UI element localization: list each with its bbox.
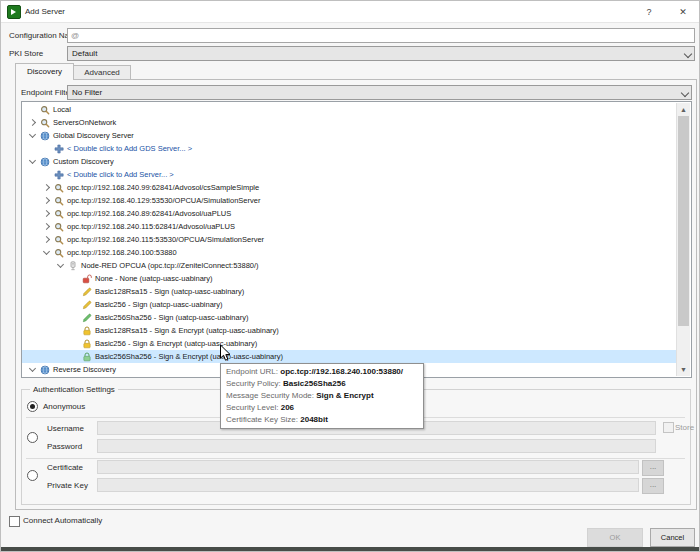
chevron-down-icon	[684, 50, 692, 58]
cancel-button[interactable]: Cancel	[650, 528, 695, 547]
tree-row[interactable]: Local	[22, 103, 677, 116]
tree-item-label: opc.tcp://192.168.240.100:53880	[65, 246, 177, 259]
title-bar: Add Server ? ✕	[1, 1, 699, 23]
username-password-radio[interactable]	[27, 432, 38, 443]
connect-automatically-checkbox[interactable]	[9, 516, 20, 527]
globe-icon	[38, 364, 51, 375]
certificate-browse-button[interactable]: ...	[642, 460, 664, 476]
close-button[interactable]: ✕	[675, 5, 691, 19]
server-tree: LocalServersOnNetworkGlobal Discovery Se…	[21, 101, 692, 378]
tree-row[interactable]: Custom Discovery	[22, 155, 677, 168]
magnifier-icon	[52, 182, 65, 193]
lock-open-red-icon	[80, 273, 93, 284]
password-input[interactable]	[97, 439, 656, 453]
config-name-input[interactable]: @	[67, 28, 695, 43]
tree-rows: LocalServersOnNetworkGlobal Discovery Se…	[22, 103, 677, 376]
certificate-input[interactable]	[97, 460, 639, 474]
mouse-cursor	[219, 344, 231, 364]
tooltip-row: Message Security Mode: Sign & Encrypt	[226, 390, 418, 402]
plus-icon	[52, 143, 65, 154]
anonymous-radio[interactable]	[27, 401, 38, 412]
tooltip-row: Certificate Key Size: 2048bit	[226, 414, 418, 426]
magnifier-icon	[52, 195, 65, 206]
pencil-yellow-icon	[80, 299, 93, 310]
tree-row[interactable]: opc.tcp://192.168.240.115:53530/OPCUA/Si…	[22, 233, 677, 246]
tab-advanced[interactable]: Advanced	[73, 65, 131, 80]
tree-row[interactable]: opc.tcp://192.168.40.129:53530/OPCUA/Sim…	[22, 194, 677, 207]
chevron-right-icon[interactable]	[40, 211, 52, 216]
tree-row[interactable]: None - None (uatcp-uasc-uabinary)	[22, 272, 677, 285]
tree-item-label: Local	[51, 103, 71, 116]
tree-row[interactable]: opc.tcp://192.168.240.99:62841/Advosol/c…	[22, 181, 677, 194]
endpoint-filter-dropdown[interactable]: No Filter	[67, 85, 692, 100]
scroll-down-icon[interactable]: ▼	[677, 363, 690, 376]
connect-automatically-label: Connect Automatically	[23, 516, 102, 525]
tree-row[interactable]: ServersOnNetwork	[22, 116, 677, 129]
app-icon	[7, 5, 21, 19]
tree-row[interactable]: Global Discovery Server	[22, 129, 677, 142]
endpoint-tooltip: Endpoint URL: opc.tcp://192.168.240.100:…	[220, 363, 424, 429]
help-button[interactable]: ?	[641, 5, 657, 19]
chevron-down-icon[interactable]	[26, 160, 38, 163]
plus-icon	[52, 169, 65, 180]
pki-store-label: PKI Store	[9, 49, 43, 58]
certificate-radio[interactable]	[27, 470, 38, 481]
server-icon	[66, 260, 79, 271]
tree-row[interactable]: Basic256 - Sign & Encrypt (uatcp-uasc-ua…	[22, 337, 677, 350]
globe-icon	[38, 156, 51, 167]
magnifier-icon	[52, 234, 65, 245]
tree-row[interactable]: < Double click to Add Server... >	[22, 168, 677, 181]
tree-row[interactable]: opc.tcp://192.168.240.89:62841/Advosol/u…	[22, 207, 677, 220]
tree-row[interactable]: Basic256Sha256 - Sign (uatcp-uasc-uabina…	[22, 311, 677, 324]
tree-row[interactable]: Node-RED OPCUA (opc.tcp://ZenitelConnect…	[22, 259, 677, 272]
lock-yellow-icon	[80, 338, 93, 349]
lock-yellow-icon	[80, 325, 93, 336]
chevron-right-icon[interactable]	[40, 185, 52, 190]
tree-scrollbar[interactable]: ▲ ▼	[676, 103, 690, 376]
tree-row[interactable]: opc.tcp://192.168.240.100:53880	[22, 246, 677, 259]
magnifier-icon	[38, 104, 51, 115]
scroll-up-icon[interactable]: ▲	[677, 103, 690, 116]
chevron-down-icon[interactable]	[26, 368, 38, 371]
chevron-right-icon[interactable]	[26, 120, 38, 125]
ok-button[interactable]: OK	[587, 528, 643, 547]
scrollbar-thumb[interactable]	[678, 116, 689, 326]
chevron-down-icon[interactable]	[54, 264, 66, 267]
pki-store-dropdown[interactable]: Default	[67, 46, 695, 61]
store-label: Store	[675, 423, 694, 432]
tree-row[interactable]: < Double click to Add GDS Server... >	[22, 142, 677, 155]
tree-row[interactable]: Basic256Sha256 - Sign & Encrypt (uatcp-u…	[22, 350, 677, 363]
tree-item-label: opc.tcp://192.168.40.129:53530/OPCUA/Sim…	[65, 194, 260, 207]
pki-store-value: Default	[72, 49, 97, 58]
chevron-right-icon[interactable]	[40, 198, 52, 203]
private-key-browse-button[interactable]: ...	[642, 478, 664, 494]
tree-item-label: Basic256Sha256 - Sign & Encrypt (uatcp-u…	[93, 350, 283, 363]
window-edge	[1, 547, 699, 551]
tree-item-label: Basic128Rsa15 - Sign (uatcp-uasc-uabinar…	[93, 285, 244, 298]
magnifier-icon	[52, 247, 65, 258]
chevron-down-icon[interactable]	[26, 134, 38, 137]
globe-icon	[38, 130, 51, 141]
private-key-input[interactable]	[97, 478, 639, 492]
pencil-green-icon	[80, 312, 93, 323]
tree-item-label: ServersOnNetwork	[51, 116, 116, 129]
chevron-right-icon[interactable]	[40, 237, 52, 242]
tree-row[interactable]: Basic128Rsa15 - Sign (uatcp-uasc-uabinar…	[22, 285, 677, 298]
tree-item-label: Custom Discovery	[51, 155, 114, 168]
tree-item-label: opc.tcp://192.168.240.115:53530/OPCUA/Si…	[65, 233, 264, 246]
tree-row[interactable]: Basic128Rsa15 - Sign & Encrypt (uatcp-ua…	[22, 324, 677, 337]
tree-row[interactable]: Basic256 - Sign (uatcp-uasc-uabinary)	[22, 298, 677, 311]
tab-discovery[interactable]: Discovery	[15, 63, 74, 80]
pencil-yellow-icon	[80, 286, 93, 297]
chevron-right-icon[interactable]	[40, 224, 52, 229]
tree-item-label: Reverse Discovery	[51, 363, 116, 376]
add-server-dialog: Add Server ? ✕ Configuration Name @ PKI …	[0, 0, 700, 552]
dialog-title: Add Server	[25, 7, 65, 16]
authentication-settings-label: Authentication Settings	[30, 385, 118, 394]
username-label: Username	[47, 424, 84, 433]
tree-item-label: Basic256 - Sign (uatcp-uasc-uabinary)	[93, 298, 223, 311]
magnifier-icon	[38, 117, 51, 128]
store-checkbox[interactable]	[663, 422, 674, 433]
tree-row[interactable]: opc.tcp://192.168.240.115:62841/Advosol/…	[22, 220, 677, 233]
chevron-down-icon[interactable]	[40, 251, 52, 254]
